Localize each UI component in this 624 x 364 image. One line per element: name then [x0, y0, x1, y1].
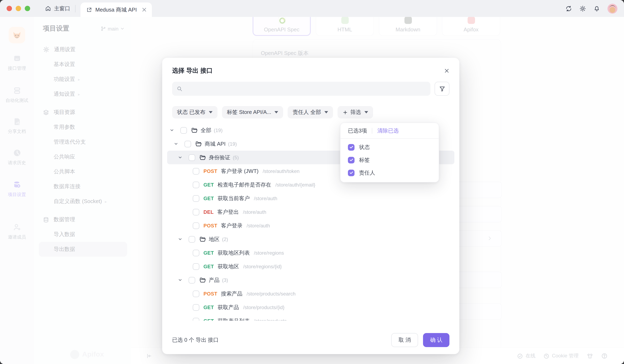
- chip-label: 状态 已发布: [177, 108, 205, 116]
- row-checkbox[interactable]: [193, 304, 199, 311]
- tree-folder-row[interactable]: 地区(2): [167, 232, 454, 246]
- api-name: 获取产品: [218, 304, 239, 311]
- tree-api-row[interactable]: POST客户登录/store/auth: [167, 219, 454, 232]
- folder-icon: [199, 236, 206, 242]
- project-tab-label: Medusa 商城 API: [95, 6, 137, 13]
- filter-chip-1[interactable]: 标签 Store API/A...: [222, 106, 283, 118]
- folder-count: (2): [222, 236, 228, 242]
- bell-icon[interactable]: [594, 5, 600, 12]
- clear-selected-link[interactable]: 清除已选: [377, 127, 399, 134]
- folder-name: 产品: [209, 276, 220, 284]
- folder-name: 地区: [209, 235, 220, 243]
- row-checkbox[interactable]: [193, 208, 199, 215]
- api-name: 客户登录: [221, 222, 242, 229]
- folder-count: (19): [228, 141, 237, 147]
- api-path: /store/auth: [247, 223, 270, 228]
- api-path: /store/auth/{email}: [275, 182, 315, 188]
- filter-chip-3[interactable]: 筛选: [338, 106, 373, 118]
- http-method-label: POST: [204, 291, 217, 297]
- api-name: 搜索产品: [221, 290, 242, 297]
- titlebar-actions: [565, 3, 617, 13]
- row-checkbox[interactable]: [184, 141, 191, 147]
- tree-api-row[interactable]: POST搜索产品/store/products/search: [167, 287, 454, 300]
- caret-down-icon[interactable]: [169, 128, 180, 132]
- caret-down-icon[interactable]: [177, 278, 189, 282]
- api-name: 客户登出: [217, 208, 239, 216]
- filter-option-label: 状态: [359, 143, 370, 151]
- close-window-button[interactable]: [7, 6, 12, 11]
- minimize-window-button[interactable]: [16, 6, 21, 11]
- http-method-label: GET: [204, 318, 214, 321]
- http-method-label: GET: [204, 304, 214, 310]
- row-checkbox[interactable]: [193, 222, 199, 229]
- row-checkbox[interactable]: [193, 317, 199, 321]
- row-checkbox[interactable]: [193, 168, 199, 174]
- folder-icon: [195, 141, 202, 147]
- checkbox-checked[interactable]: [348, 144, 355, 151]
- gear-icon[interactable]: [579, 5, 586, 12]
- checkbox-checked[interactable]: [348, 156, 355, 163]
- row-checkbox[interactable]: [189, 277, 195, 283]
- row-checkbox[interactable]: [193, 290, 199, 297]
- tree-api-row[interactable]: GET获取产品列表/store/products: [167, 314, 454, 321]
- filter-option-row[interactable]: 责任人: [340, 166, 439, 179]
- folder-count: (3): [222, 277, 228, 283]
- tree-api-row[interactable]: GET获取当前客户/store/auth: [167, 191, 454, 205]
- chip-caret-icon: [208, 111, 212, 113]
- http-method-label: POST: [204, 168, 217, 174]
- row-checkbox[interactable]: [180, 127, 187, 133]
- export-api-modal: 选择 导出 接口 状态 已发布标签 Store API/A...责任人 全部筛选…: [162, 58, 459, 354]
- zoom-window-button[interactable]: [25, 6, 30, 11]
- titlebar: 主窗口 Medusa 商城 API: [0, 0, 624, 17]
- folder-icon: [191, 127, 198, 133]
- caret-down-icon[interactable]: [177, 155, 189, 160]
- tree-folder-row[interactable]: 产品(3): [167, 273, 454, 287]
- row-checkbox[interactable]: [189, 236, 195, 242]
- search-input[interactable]: [186, 85, 430, 92]
- refresh-icon[interactable]: [565, 5, 572, 12]
- traffic-lights: [7, 6, 30, 11]
- filter-button[interactable]: [435, 82, 449, 96]
- tab-close-icon[interactable]: [142, 7, 147, 12]
- api-path: /store/regions: [254, 250, 284, 256]
- http-method-label: GET: [204, 182, 214, 188]
- modal-close-icon[interactable]: [444, 68, 449, 74]
- folder-name: 身份验证: [209, 154, 230, 161]
- selected-summary: 已选 0 个 导出 接口: [172, 336, 218, 344]
- filter-dropdown: 已选3项 清除已选 状态标签责任人: [340, 123, 439, 182]
- http-method-label: POST: [204, 223, 217, 228]
- row-checkbox[interactable]: [193, 195, 199, 202]
- cancel-button[interactable]: 取 消: [391, 333, 418, 347]
- home-icon: [45, 5, 51, 12]
- confirm-button[interactable]: 确 认: [423, 333, 449, 347]
- checkbox-checked[interactable]: [348, 169, 355, 176]
- row-checkbox[interactable]: [193, 250, 199, 256]
- filter-option-row[interactable]: 标签: [340, 154, 439, 166]
- row-checkbox[interactable]: [193, 181, 199, 188]
- avatar[interactable]: [607, 3, 617, 13]
- filter-chip-2[interactable]: 责任人 全部: [288, 106, 333, 118]
- row-checkbox[interactable]: [193, 263, 199, 270]
- folder-name: 商城 API: [205, 140, 226, 148]
- tree-api-row[interactable]: GET获取地区列表/store/regions: [167, 246, 454, 260]
- filter-option-row[interactable]: 状态: [340, 141, 439, 154]
- api-name: 获取当前客户: [218, 195, 250, 202]
- chip-caret-icon: [275, 111, 278, 113]
- chip-label: 筛选: [350, 108, 361, 116]
- tree-api-row[interactable]: GET获取地区/store/regions/{id}: [167, 260, 454, 273]
- caret-down-icon[interactable]: [173, 142, 184, 146]
- http-method-label: GET: [204, 263, 214, 269]
- row-checkbox[interactable]: [189, 154, 195, 161]
- chip-label: 标签 Store API/A...: [227, 108, 271, 116]
- plus-icon: [342, 109, 348, 115]
- search-icon: [177, 86, 182, 92]
- caret-down-icon[interactable]: [177, 237, 189, 241]
- filter-chip-0[interactable]: 状态 已发布: [172, 106, 217, 118]
- tree-api-row[interactable]: GET获取产品/store/products/{id}: [167, 300, 454, 314]
- project-tab[interactable]: Medusa 商城 API: [80, 2, 152, 17]
- api-path: /store/products/{id}: [243, 304, 285, 310]
- folder-count: (19): [214, 127, 223, 133]
- tree-api-row[interactable]: DEL客户登出/store/auth: [167, 205, 454, 219]
- main-window-tab[interactable]: 主窗口: [45, 5, 70, 12]
- api-path: /store/regions/{id}: [243, 263, 282, 269]
